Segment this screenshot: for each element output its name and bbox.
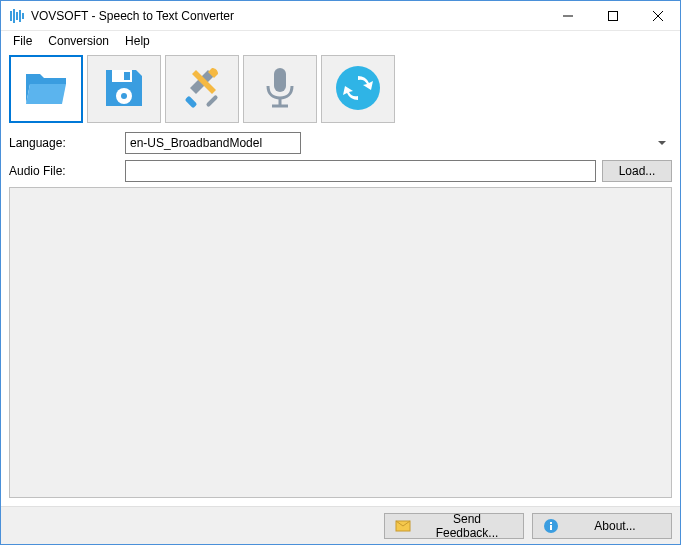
minimize-button[interactable] — [545, 1, 590, 30]
window-controls — [545, 1, 680, 30]
envelope-icon — [395, 518, 411, 534]
toolbar — [9, 55, 672, 123]
menu-conversion[interactable]: Conversion — [40, 32, 117, 50]
app-icon — [9, 8, 25, 24]
microphone-icon — [256, 64, 304, 115]
menubar: File Conversion Help — [1, 31, 680, 51]
save-button[interactable] — [87, 55, 161, 123]
menu-help[interactable]: Help — [117, 32, 158, 50]
output-textarea[interactable] — [9, 187, 672, 498]
footer: Send Feedback... About... — [1, 506, 680, 544]
close-button[interactable] — [635, 1, 680, 30]
open-button[interactable] — [9, 55, 83, 123]
sync-icon — [334, 64, 382, 115]
load-button[interactable]: Load... — [602, 160, 672, 182]
svg-rect-2 — [16, 12, 18, 20]
send-feedback-label: Send Feedback... — [421, 512, 513, 540]
convert-button[interactable] — [321, 55, 395, 123]
settings-button[interactable] — [165, 55, 239, 123]
language-row: Language: — [9, 131, 672, 155]
tools-icon — [178, 64, 226, 115]
titlebar: VOVSOFT - Speech to Text Converter — [1, 1, 680, 31]
svg-rect-21 — [550, 525, 552, 530]
maximize-button[interactable] — [590, 1, 635, 30]
language-label: Language: — [9, 136, 119, 150]
language-select-wrap — [125, 132, 672, 154]
svg-rect-4 — [22, 13, 24, 19]
svg-rect-6 — [608, 11, 617, 20]
folder-open-icon — [22, 64, 70, 115]
content-area: Language: Audio File: Load... — [1, 51, 680, 506]
audio-file-input[interactable] — [125, 160, 596, 182]
menu-file[interactable]: File — [5, 32, 40, 50]
svg-rect-10 — [124, 72, 130, 80]
language-select[interactable] — [125, 132, 301, 154]
svg-rect-0 — [10, 11, 12, 21]
svg-rect-13 — [185, 95, 198, 108]
svg-point-12 — [121, 93, 127, 99]
send-feedback-button[interactable]: Send Feedback... — [384, 513, 524, 539]
window-title: VOVSOFT - Speech to Text Converter — [31, 9, 545, 23]
audio-label: Audio File: — [9, 164, 119, 178]
about-button[interactable]: About... — [532, 513, 672, 539]
svg-rect-22 — [550, 522, 552, 524]
audio-row: Audio File: Load... — [9, 159, 672, 183]
svg-rect-15 — [274, 68, 286, 92]
svg-rect-3 — [19, 10, 21, 22]
svg-rect-1 — [13, 9, 15, 23]
svg-rect-14 — [206, 94, 219, 107]
svg-point-18 — [336, 66, 380, 110]
record-button[interactable] — [243, 55, 317, 123]
about-label: About... — [569, 519, 661, 533]
floppy-disk-icon — [100, 64, 148, 115]
info-icon — [543, 518, 559, 534]
